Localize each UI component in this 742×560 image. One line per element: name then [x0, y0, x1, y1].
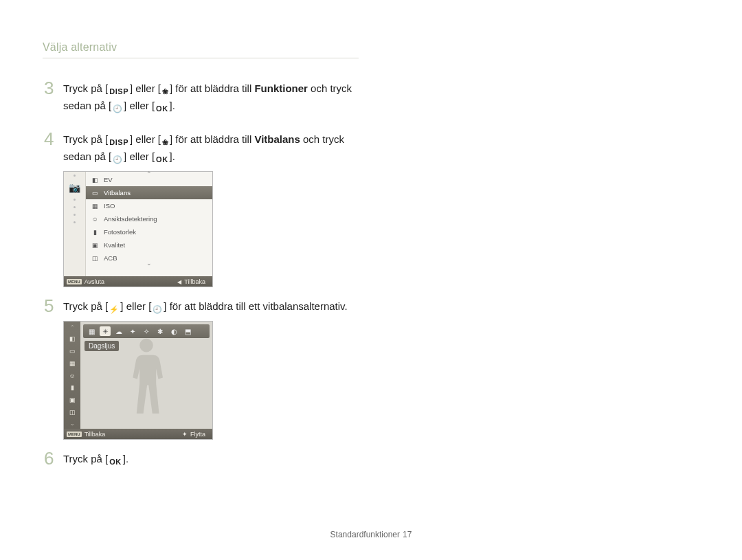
bold: Vitbalans — [254, 133, 300, 145]
menu-item-label: Ansiktsdetektering — [104, 215, 157, 223]
step-text: Tryck på [DISP] eller [❀] för att bläddr… — [63, 79, 372, 115]
wb-option-icon: ◐ — [168, 326, 179, 336]
wb-selected-label: Dagsljus — [85, 341, 119, 351]
step-number: 5 — [44, 297, 63, 315]
menu-item-label: Kvalitet — [104, 241, 125, 249]
step-number: 3 — [44, 79, 63, 98]
txt: ]. — [123, 453, 128, 464]
wb-option-strip: ▦☀☁✦✧✱◐⬒ — [83, 324, 210, 338]
lcd-footer: MENU Avsluta Tillbaka — [64, 276, 212, 287]
txt: ]. — [170, 150, 175, 162]
page-number: 17 — [403, 530, 412, 539]
macro-icon: ❀ — [161, 86, 170, 98]
step-number: 6 — [44, 449, 63, 468]
menu-icon: MENU — [67, 432, 82, 437]
lcd-whitebalance-screenshot: ⌃ ◧▭▦☺▮▣◫⌄ ▦☀☁✦✧✱◐⬒ Dagsljus MENU Tillba… — [63, 321, 213, 440]
chevron-up-icon: ⌃ — [70, 324, 75, 331]
txt: ] för att bläddra till ett vitbalansalte… — [164, 300, 347, 312]
menu-item-icon: ▣ — [90, 241, 100, 249]
step-text: Tryck på [⚡] eller [🕘] för att bläddra t… — [63, 297, 348, 315]
lcd-menu-list: ⌃ ◧EV▭Vitbalans▦ISO☺Ansiktsdetektering▮F… — [86, 172, 212, 276]
step-text: Tryck på [OK]. — [63, 449, 128, 468]
wb-option-icon: ☀ — [100, 326, 111, 336]
disp-icon: DISP — [108, 86, 130, 98]
menu-item-label: EV — [104, 176, 113, 183]
chevron-down-icon: ⌄ — [146, 260, 152, 267]
menu-item-label: ACB — [104, 254, 117, 262]
txt: ] för att bläddra till — [170, 133, 254, 145]
page-title: Välja alternativ — [43, 41, 699, 54]
ok-icon: OK — [155, 103, 170, 115]
lcd-preview: ▦☀☁✦✧✱◐⬒ Dagsljus — [80, 322, 212, 429]
menu-item-icon: ▮ — [90, 228, 100, 236]
menu-item-label: Vitbalans — [104, 189, 131, 197]
txt: ] för att bläddra till — [170, 82, 254, 94]
dot-icon — [74, 175, 76, 177]
menu-item-icon: ▦ — [90, 202, 100, 210]
menu-item-icon: ▭ — [90, 189, 100, 197]
txt: ] eller [ — [124, 150, 155, 162]
txt: ]. — [170, 100, 175, 111]
menu-item-label: ISO — [104, 202, 115, 210]
lcd-left-column: 📷 — [64, 172, 86, 276]
back-arrow-icon — [177, 278, 181, 285]
timer-icon: 🕘 — [151, 304, 164, 315]
menu-item: ▣Kvalitet — [86, 238, 212, 251]
menu-item-icon: ◧ — [90, 176, 100, 184]
txt: ] eller [ — [130, 82, 161, 94]
wb-option-icon: ✦ — [127, 326, 138, 336]
menu-icon: MENU — [67, 279, 82, 284]
bold: Funktioner — [254, 82, 308, 94]
menu-item-icon: ◫ — [90, 254, 100, 262]
dot-icon — [74, 206, 76, 208]
wb-option-icon: ⬒ — [182, 326, 193, 336]
flash-icon: ⚡ — [108, 304, 120, 315]
step-5: 5 Tryck på [⚡] eller [🕘] för att bläddra… — [44, 297, 699, 315]
ok-icon: OK — [155, 154, 170, 166]
wb-option-icon: ▦ — [86, 326, 97, 336]
step-6: 6 Tryck på [OK]. — [44, 449, 699, 468]
side-icon: ▭ — [67, 347, 78, 355]
side-icon: ▣ — [67, 396, 78, 404]
footer-left-label: Avsluta — [85, 278, 104, 285]
page-footer: Standardfunktioner17 — [0, 530, 742, 539]
menu-item: ☺Ansiktsdetektering — [86, 212, 212, 225]
txt: Tryck på [ — [63, 133, 108, 145]
ok-icon: OK — [108, 456, 123, 468]
dot-icon — [74, 221, 76, 223]
lcd-footer: MENU Tillbaka Flytta — [64, 429, 212, 439]
side-icon: ▮ — [67, 383, 78, 392]
menu-item: ▦ISO — [86, 199, 212, 212]
menu-item: ▮Fotostorlek — [86, 225, 212, 238]
footer-right-label: Flytta — [190, 431, 205, 438]
step-3: 3 Tryck på [DISP] eller [❀] för att bläd… — [44, 79, 699, 115]
silhouette-icon — [122, 336, 170, 418]
chevron-up-icon: ⌃ — [146, 170, 152, 177]
lcd-side-column: ⌃ ◧▭▦☺▮▣◫⌄ — [64, 322, 80, 429]
txt: Tryck på [ — [63, 300, 108, 312]
footer-right-label: Tillbaka — [184, 278, 205, 285]
lcd-menu-screenshot: 📷 ⌃ ◧EV▭Vitbalans▦ISO☺Ansiktsdetektering… — [63, 171, 213, 287]
chevron-down-icon: ⌄ — [70, 421, 75, 427]
timer-icon: 🕘 — [111, 103, 124, 115]
side-icon: ◫ — [67, 408, 78, 416]
dot-icon — [74, 199, 76, 201]
menu-item-icon: ☺ — [90, 215, 100, 223]
footer-section: Standardfunktioner — [330, 530, 400, 539]
txt: Tryck på [ — [63, 82, 108, 94]
step-4: 4 Tryck på [DISP] eller [❀] för att bläd… — [44, 130, 699, 166]
macro-icon: ❀ — [161, 137, 170, 148]
wb-option-icon: ✧ — [141, 326, 152, 336]
step-number: 4 — [44, 130, 63, 148]
timer-icon: 🕘 — [111, 154, 124, 166]
side-icon: ▦ — [67, 359, 78, 368]
txt: ] eller [ — [130, 133, 161, 145]
camera-icon: 📷 — [69, 182, 80, 193]
dot-icon — [74, 214, 76, 216]
disp-icon: DISP — [108, 137, 130, 148]
wb-option-icon: ✱ — [155, 326, 166, 336]
wb-option-icon: ☁ — [113, 326, 124, 336]
nav-icon — [182, 431, 188, 438]
side-icon: ☺ — [67, 372, 78, 380]
step-text: Tryck på [DISP] eller [❀] för att bläddr… — [63, 130, 372, 166]
